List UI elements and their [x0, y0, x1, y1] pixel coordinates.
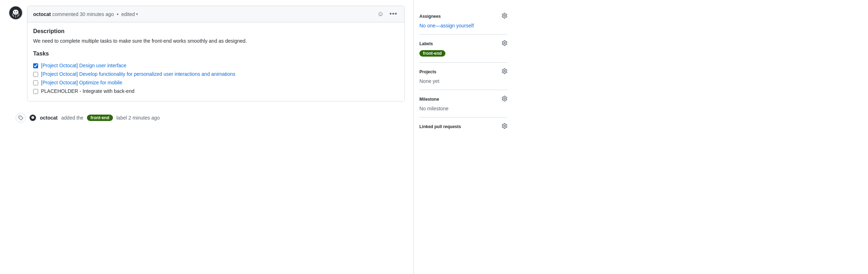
- task-item-1: [Project Octocat] Design user interface: [33, 63, 399, 68]
- description-heading: Description: [33, 28, 399, 35]
- linked-prs-gear-button[interactable]: [502, 123, 507, 130]
- svg-point-1: [13, 10, 19, 15]
- svg-point-2: [14, 11, 15, 12]
- task-link-3[interactable]: [Project Octocat] Optimize for mobile: [41, 80, 122, 85]
- linked-prs-header: Linked pull requests: [419, 123, 507, 130]
- activity-avatar: [29, 114, 36, 121]
- svg-point-7: [33, 117, 33, 117]
- labels-badge[interactable]: front-end: [419, 50, 445, 57]
- sidebar-section-projects: Projects None yet: [419, 63, 507, 90]
- assignees-header: Assignees: [419, 13, 507, 20]
- sidebar: Assignees No one—assign yourself Labels …: [413, 0, 513, 274]
- assignees-title: Assignees: [419, 14, 441, 19]
- activity-label-badge: front-end: [87, 115, 113, 121]
- task-checkbox-4[interactable]: [33, 89, 38, 94]
- commenter-username[interactable]: octocat: [33, 11, 51, 17]
- tasks-heading: Tasks: [33, 51, 399, 57]
- milestone-gear-button[interactable]: [502, 96, 507, 103]
- more-icon: •••: [389, 10, 397, 18]
- task-item-2: [Project Octocat] Develop functionality …: [33, 71, 399, 77]
- labels-gear-button[interactable]: [502, 40, 507, 47]
- sidebar-section-assignees: Assignees No one—assign yourself: [419, 7, 507, 35]
- task-checkbox-2[interactable]: [33, 72, 38, 77]
- task-link-2[interactable]: [Project Octocat] Develop functionality …: [41, 71, 236, 77]
- activity-row: octocat added the front-end label 2 minu…: [16, 110, 405, 126]
- assignees-value[interactable]: No one—assign yourself: [419, 23, 474, 28]
- task-link-1[interactable]: [Project Octocat] Design user interface: [41, 63, 126, 68]
- task-checkbox-1[interactable]: [33, 63, 38, 68]
- more-options-button[interactable]: •••: [388, 10, 399, 19]
- task-item-4: PLACEHOLDER - Integrate with back-end: [33, 88, 399, 94]
- description-text: We need to complete multiple tasks to ma…: [33, 37, 399, 45]
- avatar: [9, 6, 23, 20]
- svg-point-5: [31, 116, 34, 119]
- separator: •: [117, 11, 119, 17]
- projects-value: None yet: [419, 78, 439, 84]
- comment-header-right: ☺ •••: [376, 10, 399, 19]
- projects-gear-button[interactable]: [502, 68, 507, 75]
- emoji-icon: ☺: [377, 10, 384, 18]
- linked-prs-title: Linked pull requests: [419, 124, 461, 129]
- comment-body: Description We need to complete multiple…: [27, 22, 404, 101]
- svg-point-3: [16, 11, 17, 12]
- chevron-down-icon: ▾: [136, 12, 138, 16]
- edited-label: edited: [121, 11, 135, 17]
- labels-header: Labels: [419, 40, 507, 47]
- comment-header: octocat commented 30 minutes ago • edite…: [27, 6, 404, 22]
- milestone-header: Milestone: [419, 96, 507, 103]
- assignees-gear-button[interactable]: [502, 13, 507, 20]
- task-checkbox-3[interactable]: [33, 80, 38, 85]
- comment-thread: octocat commented 30 minutes ago • edite…: [9, 6, 405, 101]
- comment-box: octocat commented 30 minutes ago • edite…: [27, 6, 405, 101]
- sidebar-section-linked-prs: Linked pull requests: [419, 117, 507, 139]
- projects-title: Projects: [419, 69, 436, 74]
- edited-dropdown[interactable]: edited ▾: [121, 11, 138, 17]
- milestone-title: Milestone: [419, 97, 439, 102]
- task-text-4: PLACEHOLDER - Integrate with back-end: [41, 88, 134, 94]
- activity-suffix: label 2 minutes ago: [117, 115, 160, 121]
- milestone-value: No milestone: [419, 106, 449, 111]
- labels-title: Labels: [419, 41, 433, 46]
- comment-header-left: octocat commented 30 minutes ago • edite…: [33, 11, 138, 17]
- task-list: [Project Octocat] Design user interface …: [33, 61, 399, 95]
- sidebar-section-milestone: Milestone No milestone: [419, 90, 507, 117]
- sidebar-section-labels: Labels front-end: [419, 35, 507, 63]
- svg-point-6: [32, 117, 32, 117]
- task-item-3: [Project Octocat] Optimize for mobile: [33, 80, 399, 85]
- comment-timestamp: commented 30 minutes ago: [52, 11, 114, 17]
- projects-header: Projects: [419, 68, 507, 75]
- activity-action: added the: [61, 115, 83, 121]
- activity-username[interactable]: octocat: [40, 115, 58, 121]
- emoji-button[interactable]: ☺: [376, 10, 385, 19]
- tag-icon: [16, 113, 26, 123]
